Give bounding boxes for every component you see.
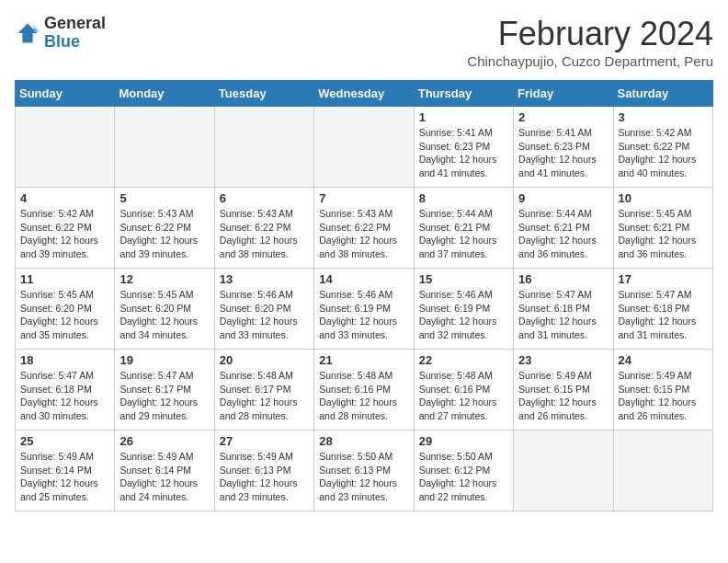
day-info: Sunrise: 5:46 AM Sunset: 6:19 PM Dayligh… bbox=[319, 288, 408, 342]
day-number: 9 bbox=[518, 191, 608, 205]
calendar-header: SundayMondayTuesdayWednesdayThursdayFrid… bbox=[16, 81, 713, 107]
logo-text: General Blue bbox=[44, 15, 106, 52]
day-info: Sunrise: 5:50 AM Sunset: 6:13 PM Dayligh… bbox=[319, 450, 408, 504]
header-cell-saturday: Saturday bbox=[613, 81, 712, 107]
day-number: 11 bbox=[20, 272, 109, 286]
day-number: 27 bbox=[220, 434, 309, 448]
day-info: Sunrise: 5:49 AM Sunset: 6:14 PM Dayligh… bbox=[20, 450, 109, 504]
week-row-3: 18Sunrise: 5:47 AM Sunset: 6:18 PM Dayli… bbox=[16, 350, 713, 431]
calendar-title: February 2024 bbox=[467, 15, 713, 53]
day-number: 26 bbox=[119, 434, 209, 448]
day-number: 13 bbox=[220, 272, 309, 286]
day-info: Sunrise: 5:41 AM Sunset: 6:23 PM Dayligh… bbox=[518, 126, 608, 180]
day-number: 29 bbox=[419, 434, 508, 448]
day-number: 5 bbox=[119, 191, 209, 205]
day-number: 21 bbox=[319, 353, 408, 367]
logo-blue-text: Blue bbox=[44, 33, 106, 52]
day-number: 10 bbox=[619, 191, 708, 205]
day-number: 8 bbox=[419, 191, 508, 205]
day-info: Sunrise: 5:49 AM Sunset: 6:13 PM Dayligh… bbox=[220, 450, 309, 504]
week-row-0: 1Sunrise: 5:41 AM Sunset: 6:23 PM Daylig… bbox=[16, 107, 713, 188]
week-row-1: 4Sunrise: 5:42 AM Sunset: 6:22 PM Daylig… bbox=[16, 188, 713, 269]
calendar-cell: 13Sunrise: 5:46 AM Sunset: 6:20 PM Dayli… bbox=[214, 269, 313, 350]
day-info: Sunrise: 5:48 AM Sunset: 6:16 PM Dayligh… bbox=[419, 369, 508, 423]
header-cell-wednesday: Wednesday bbox=[314, 81, 414, 107]
day-info: Sunrise: 5:46 AM Sunset: 6:20 PM Dayligh… bbox=[220, 288, 309, 342]
day-info: Sunrise: 5:44 AM Sunset: 6:21 PM Dayligh… bbox=[518, 207, 608, 261]
calendar-cell bbox=[214, 107, 313, 188]
day-info: Sunrise: 5:43 AM Sunset: 6:22 PM Dayligh… bbox=[319, 207, 408, 261]
day-number: 24 bbox=[619, 353, 708, 367]
page-header: General Blue February 2024 Chinchaypujio… bbox=[15, 15, 713, 69]
day-number: 3 bbox=[619, 110, 708, 124]
day-info: Sunrise: 5:46 AM Sunset: 6:19 PM Dayligh… bbox=[419, 288, 508, 342]
calendar-cell: 27Sunrise: 5:49 AM Sunset: 6:13 PM Dayli… bbox=[214, 431, 313, 511]
day-info: Sunrise: 5:47 AM Sunset: 6:18 PM Dayligh… bbox=[20, 369, 109, 423]
calendar-cell bbox=[314, 107, 414, 188]
day-number: 18 bbox=[20, 353, 109, 367]
calendar-cell: 1Sunrise: 5:41 AM Sunset: 6:23 PM Daylig… bbox=[414, 107, 513, 188]
day-info: Sunrise: 5:45 AM Sunset: 6:21 PM Dayligh… bbox=[619, 207, 708, 261]
header-cell-tuesday: Tuesday bbox=[214, 81, 313, 107]
calendar-cell: 28Sunrise: 5:50 AM Sunset: 6:13 PM Dayli… bbox=[314, 431, 414, 511]
day-info: Sunrise: 5:47 AM Sunset: 6:18 PM Dayligh… bbox=[619, 288, 708, 342]
calendar-cell: 25Sunrise: 5:49 AM Sunset: 6:14 PM Dayli… bbox=[16, 431, 115, 511]
day-info: Sunrise: 5:49 AM Sunset: 6:14 PM Dayligh… bbox=[119, 450, 209, 504]
day-number: 1 bbox=[419, 110, 508, 124]
calendar-cell: 7Sunrise: 5:43 AM Sunset: 6:22 PM Daylig… bbox=[314, 188, 414, 269]
logo: General Blue bbox=[15, 15, 106, 52]
day-info: Sunrise: 5:48 AM Sunset: 6:16 PM Dayligh… bbox=[319, 369, 408, 423]
calendar-cell: 16Sunrise: 5:47 AM Sunset: 6:18 PM Dayli… bbox=[514, 269, 613, 350]
day-number: 2 bbox=[518, 110, 608, 124]
logo-icon bbox=[15, 20, 40, 46]
calendar-cell: 3Sunrise: 5:42 AM Sunset: 6:22 PM Daylig… bbox=[613, 107, 712, 188]
day-info: Sunrise: 5:41 AM Sunset: 6:23 PM Dayligh… bbox=[419, 126, 508, 180]
header-cell-monday: Monday bbox=[115, 81, 214, 107]
day-number: 7 bbox=[319, 191, 408, 205]
calendar-cell: 10Sunrise: 5:45 AM Sunset: 6:21 PM Dayli… bbox=[613, 188, 712, 269]
calendar-cell: 9Sunrise: 5:44 AM Sunset: 6:21 PM Daylig… bbox=[514, 188, 613, 269]
calendar-cell: 17Sunrise: 5:47 AM Sunset: 6:18 PM Dayli… bbox=[613, 269, 712, 350]
calendar-cell: 5Sunrise: 5:43 AM Sunset: 6:22 PM Daylig… bbox=[115, 188, 214, 269]
day-info: Sunrise: 5:49 AM Sunset: 6:15 PM Dayligh… bbox=[518, 369, 608, 423]
day-info: Sunrise: 5:45 AM Sunset: 6:20 PM Dayligh… bbox=[20, 288, 109, 342]
header-cell-sunday: Sunday bbox=[16, 81, 115, 107]
day-info: Sunrise: 5:42 AM Sunset: 6:22 PM Dayligh… bbox=[619, 126, 708, 180]
calendar-cell: 19Sunrise: 5:47 AM Sunset: 6:17 PM Dayli… bbox=[115, 350, 214, 431]
calendar-cell: 23Sunrise: 5:49 AM Sunset: 6:15 PM Dayli… bbox=[514, 350, 613, 431]
calendar-cell: 20Sunrise: 5:48 AM Sunset: 6:17 PM Dayli… bbox=[214, 350, 313, 431]
day-info: Sunrise: 5:50 AM Sunset: 6:12 PM Dayligh… bbox=[419, 450, 508, 504]
calendar-cell bbox=[514, 431, 613, 511]
calendar-cell bbox=[16, 107, 115, 188]
logo-general-text: General bbox=[44, 15, 106, 33]
svg-marker-0 bbox=[18, 23, 38, 42]
calendar-cell: 14Sunrise: 5:46 AM Sunset: 6:19 PM Dayli… bbox=[314, 269, 414, 350]
calendar-cell: 29Sunrise: 5:50 AM Sunset: 6:12 PM Dayli… bbox=[414, 431, 513, 511]
calendar-cell: 26Sunrise: 5:49 AM Sunset: 6:14 PM Dayli… bbox=[115, 431, 214, 511]
calendar-cell bbox=[613, 431, 712, 511]
calendar-cell: 24Sunrise: 5:49 AM Sunset: 6:15 PM Dayli… bbox=[613, 350, 712, 431]
calendar-cell: 8Sunrise: 5:44 AM Sunset: 6:21 PM Daylig… bbox=[414, 188, 513, 269]
day-number: 25 bbox=[20, 434, 109, 448]
title-section: February 2024 Chinchaypujio, Cuzco Depar… bbox=[467, 15, 713, 69]
day-info: Sunrise: 5:45 AM Sunset: 6:20 PM Dayligh… bbox=[119, 288, 209, 342]
day-info: Sunrise: 5:43 AM Sunset: 6:22 PM Dayligh… bbox=[220, 207, 309, 261]
day-number: 16 bbox=[518, 272, 608, 286]
day-info: Sunrise: 5:49 AM Sunset: 6:15 PM Dayligh… bbox=[619, 369, 708, 423]
day-number: 15 bbox=[419, 272, 508, 286]
day-number: 4 bbox=[20, 191, 109, 205]
calendar-cell: 22Sunrise: 5:48 AM Sunset: 6:16 PM Dayli… bbox=[414, 350, 513, 431]
day-info: Sunrise: 5:42 AM Sunset: 6:22 PM Dayligh… bbox=[20, 207, 109, 261]
week-row-4: 25Sunrise: 5:49 AM Sunset: 6:14 PM Dayli… bbox=[16, 431, 713, 511]
header-cell-thursday: Thursday bbox=[414, 81, 513, 107]
calendar-cell: 6Sunrise: 5:43 AM Sunset: 6:22 PM Daylig… bbox=[214, 188, 313, 269]
calendar-cell: 12Sunrise: 5:45 AM Sunset: 6:20 PM Dayli… bbox=[115, 269, 214, 350]
day-info: Sunrise: 5:43 AM Sunset: 6:22 PM Dayligh… bbox=[119, 207, 209, 261]
calendar-cell bbox=[115, 107, 214, 188]
day-info: Sunrise: 5:48 AM Sunset: 6:17 PM Dayligh… bbox=[220, 369, 309, 423]
calendar-subtitle: Chinchaypujio, Cuzco Department, Peru bbox=[467, 53, 713, 69]
header-row: SundayMondayTuesdayWednesdayThursdayFrid… bbox=[16, 81, 713, 107]
day-info: Sunrise: 5:47 AM Sunset: 6:17 PM Dayligh… bbox=[119, 369, 209, 423]
calendar-cell: 2Sunrise: 5:41 AM Sunset: 6:23 PM Daylig… bbox=[514, 107, 613, 188]
day-number: 28 bbox=[319, 434, 408, 448]
